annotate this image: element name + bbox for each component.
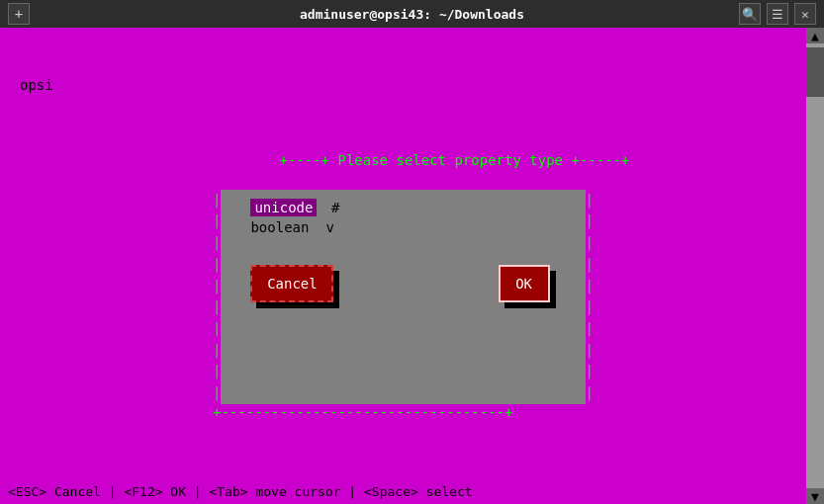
boolean-key: boolean — [250, 219, 320, 235]
statusbar: <ESC> Cancel | <F12> OK | <Tab> move cur… — [0, 478, 806, 504]
ok-button[interactable]: OK — [499, 265, 550, 302]
dialog-border-right: +-----+ — [563, 152, 629, 168]
terminal-opsi-text: opsi — [20, 77, 53, 93]
titlebar-right: 🔍 ☰ ✕ — [739, 3, 816, 25]
cancel-button[interactable]: Cancel — [250, 265, 333, 302]
list-item-unicode[interactable]: unicode # — [250, 200, 555, 215]
search-icon[interactable]: 🔍 — [739, 3, 761, 25]
dialog-content: unicode # boolean v Cancel — [221, 190, 585, 404]
dialog-box: +----+ Please select property type +----… — [213, 131, 594, 420]
dialog-border-left: +----+ — [279, 152, 337, 168]
scroll-thumb[interactable] — [806, 47, 824, 97]
new-tab-button[interactable]: + — [8, 3, 30, 25]
close-icon[interactable]: ✕ — [794, 3, 816, 25]
cancel-button-wrapper: Cancel — [250, 265, 339, 310]
buttons-row: Cancel OK — [250, 265, 555, 310]
menu-icon[interactable]: ☰ — [767, 3, 788, 25]
titlebar: + adminuser@opsi43: ~/Downloads 🔍 ☰ ✕ — [0, 0, 824, 28]
dialog-title-bar: +----+ Please select property type +----… — [213, 131, 594, 190]
boolean-value: v — [325, 219, 333, 235]
dialog-right-border: | | | | | | | | | | — [586, 190, 594, 404]
scroll-up[interactable]: ▲ — [806, 28, 824, 43]
dialog-title: Please select property type — [337, 152, 563, 168]
dialog-bottom-border: +----------------------------------+ — [213, 404, 594, 420]
titlebar-left: + — [8, 3, 30, 25]
scroll-down[interactable]: ▼ — [806, 488, 824, 504]
statusbar-text: <ESC> Cancel | <F12> OK | <Tab> move cur… — [8, 484, 473, 499]
dialog-left-border: | | | | | | | | | | — [213, 190, 221, 404]
unicode-value: # — [331, 200, 339, 215]
scrollbar[interactable]: ▲ ▼ — [806, 28, 824, 504]
dialog-body-wrapper: | | | | | | | | | | unicode # boolean v — [213, 190, 594, 404]
ok-button-wrapper: OK — [499, 265, 556, 310]
list-item-boolean[interactable]: boolean v — [250, 219, 555, 235]
window-title: adminuser@opsi43: ~/Downloads — [300, 7, 524, 22]
